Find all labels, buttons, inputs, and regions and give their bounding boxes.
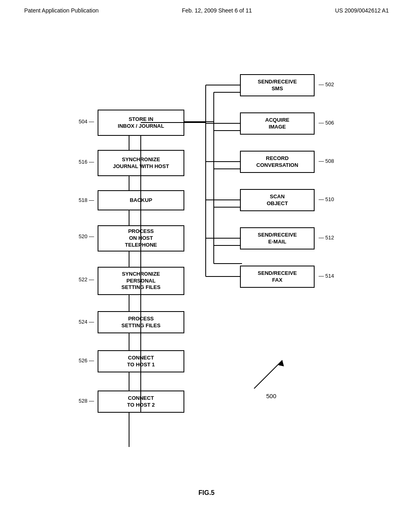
box-connect-host1: CONNECT TO HOST 1 [98, 350, 184, 372]
header-right: US 2009/0042612 A1 [335, 7, 389, 14]
label-522: 522 — [79, 276, 94, 283]
label-508: — 508 [319, 158, 334, 164]
box-sync-personal: SYNCHRONIZE PERSONAL SETTING FILES [98, 267, 184, 295]
label-514: — 514 [319, 273, 334, 279]
box-send-receive-email: SEND/RECEIVE E-MAIL [240, 227, 315, 249]
box-sync-journal: SYNCHRONIZE JOURNAL WITH HOST [98, 150, 184, 176]
label-502: — 502 [319, 81, 334, 87]
box-process-host: PROCESS ON HOST TELEPHONE [98, 225, 184, 251]
diagram-area: STORE IN INBOX / JOURNAL 504 — SYNCHRONI… [0, 22, 413, 485]
box-store-inbox: STORE IN INBOX / JOURNAL [98, 110, 184, 136]
box-acquire-image: ACQUIRE IMAGE [240, 112, 315, 135]
fig-caption: FIG.5 [0, 489, 413, 505]
label-510: — 510 [319, 196, 334, 202]
box-scan-object: SCAN OBJECT [240, 189, 315, 211]
label-524: 524 — [79, 319, 94, 325]
label-526: 526 — [79, 357, 94, 364]
box-record-conversation: RECORD CONVERSATION [240, 151, 315, 173]
connector-lines [0, 22, 413, 485]
box-backup: BACKUP [98, 190, 184, 210]
flow-lines [0, 22, 413, 485]
svg-line-27 [254, 360, 282, 389]
box-send-receive-sms: SEND/RECEIVE SMS [240, 74, 315, 96]
diagram-label-500: 500 [266, 393, 276, 399]
box-send-receive-fax: SEND/RECEIVE FAX [240, 266, 315, 288]
label-512: — 512 [319, 235, 334, 241]
label-528: 528 — [79, 398, 94, 404]
header-middle: Feb. 12, 2009 Sheet 6 of 11 [182, 7, 252, 14]
label-504: 504 — [79, 118, 94, 125]
label-520: 520 — [79, 233, 94, 239]
box-connect-host2: CONNECT TO HOST 2 [98, 391, 184, 413]
box-process-setting: PROCESS SETTING FILES [98, 311, 184, 333]
label-516: 516 — [79, 159, 94, 165]
label-518: 518 — [79, 197, 94, 203]
label-506: — 506 [319, 120, 334, 126]
header-left: Patent Application Publication [24, 7, 98, 14]
svg-marker-28 [278, 360, 284, 366]
page-header: Patent Application Publication Feb. 12, … [0, 0, 413, 18]
